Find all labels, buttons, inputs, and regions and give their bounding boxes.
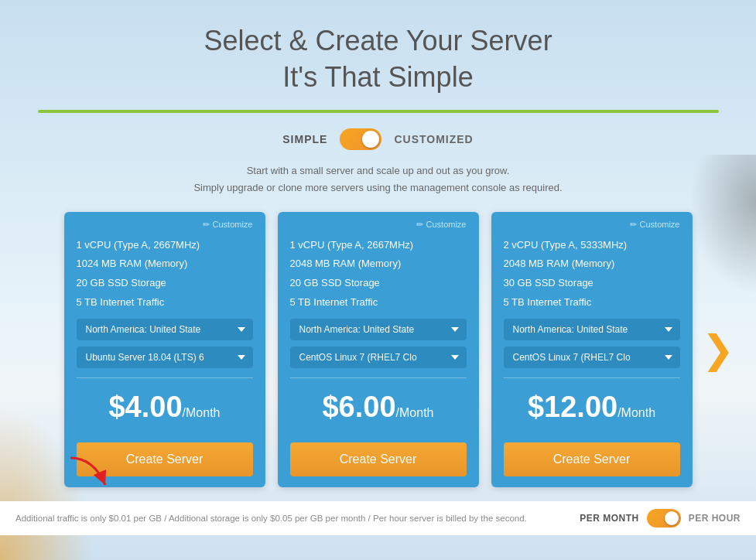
description-line1: Start with a small server and scale up a… bbox=[193, 162, 562, 179]
dropdown-arrow-icon-3b bbox=[665, 355, 672, 360]
view-toggle-row: SIMPLE CUSTOMIZED bbox=[282, 128, 473, 150]
simple-label: SIMPLE bbox=[282, 133, 327, 145]
description-line2: Simply upgrade or clone more servers usi… bbox=[193, 179, 562, 196]
price-section-2: $6.00/Month bbox=[290, 388, 467, 432]
spec-vcpu-2: 1 vCPU (Type A, 2667MHz) bbox=[290, 236, 467, 255]
per-hour-label: PER HOUR bbox=[689, 513, 741, 524]
price-value-2: $6.00 bbox=[322, 391, 395, 423]
footer-info-text: Additional traffic is only $0.01 per GB … bbox=[15, 514, 527, 523]
billing-toggle-knob bbox=[665, 511, 679, 525]
customize-link-1[interactable]: ✏ Customize bbox=[77, 220, 253, 230]
billing-toggle-switch[interactable] bbox=[647, 509, 681, 528]
pencil-icon-3: ✏ bbox=[630, 220, 637, 230]
footer-bar: Additional traffic is only $0.01 per GB … bbox=[0, 501, 756, 535]
os-dropdown-3[interactable]: CentOS Linux 7 (RHEL7 Clo bbox=[504, 347, 680, 368]
toggle-knob bbox=[362, 131, 379, 148]
customized-label: CUSTOMIZED bbox=[394, 133, 473, 145]
dropdown-arrow-icon-1 bbox=[238, 327, 245, 332]
pricing-card-3: ✏ Customize 2 vCPU (Type A, 5333MHz) 204… bbox=[491, 212, 693, 487]
pricing-cards-row: ✏ Customize 1 vCPU (Type A, 2667MHz) 102… bbox=[26, 212, 731, 487]
red-arrow-annotation bbox=[63, 450, 125, 500]
card-divider-2 bbox=[290, 377, 467, 378]
card-divider-3 bbox=[504, 377, 680, 378]
pricing-card-2: ✏ Customize 1 vCPU (Type A, 2667MHz) 204… bbox=[278, 212, 479, 487]
billing-toggle-row: PER MONTH PER HOUR bbox=[580, 509, 741, 528]
price-period-2: /Month bbox=[396, 406, 434, 419]
page-title-line2: It's That Simple bbox=[204, 60, 552, 96]
spec-traffic-3: 5 TB Internet Traffic bbox=[504, 293, 680, 312]
dropdown-arrow-icon-2b bbox=[451, 355, 459, 360]
dropdown-arrow-icon-2 bbox=[451, 327, 459, 332]
per-month-label: PER MONTH bbox=[580, 513, 639, 524]
spec-vcpu-3: 2 vCPU (Type A, 5333MHz) bbox=[504, 236, 680, 255]
green-divider-bar bbox=[38, 110, 719, 113]
location-dropdown-2[interactable]: North America: United State bbox=[290, 319, 467, 340]
location-dropdown-3[interactable]: North America: United State bbox=[504, 319, 680, 340]
pricing-card-1: ✏ Customize 1 vCPU (Type A, 2667MHz) 102… bbox=[64, 212, 265, 487]
price-value-3: $12.00 bbox=[528, 391, 617, 423]
card-divider-1 bbox=[77, 377, 253, 378]
dropdown-arrow-icon-3 bbox=[665, 327, 672, 332]
page-title-line1: Select & Create Your Server bbox=[204, 23, 552, 60]
spec-ram-2: 2048 MB RAM (Memory) bbox=[290, 254, 467, 274]
price-section-3: $12.00/Month bbox=[504, 388, 680, 432]
pencil-icon-1: ✏ bbox=[203, 220, 210, 230]
price-value-1: $4.00 bbox=[108, 391, 182, 423]
os-dropdown-1[interactable]: Ubuntu Server 18.04 (LTS) 6 bbox=[77, 347, 253, 368]
title-section: Select & Create Your Server It's That Si… bbox=[204, 0, 552, 102]
price-section-1: $4.00/Month bbox=[77, 388, 253, 432]
create-server-button-3[interactable]: Create Server bbox=[504, 442, 680, 476]
create-server-button-2[interactable]: Create Server bbox=[290, 442, 467, 476]
view-toggle-switch[interactable] bbox=[340, 128, 381, 150]
spec-ram-1: 1024 MB RAM (Memory) bbox=[77, 254, 253, 274]
price-period-3: /Month bbox=[617, 406, 655, 419]
location-dropdown-1[interactable]: North America: United State bbox=[77, 319, 253, 340]
spec-traffic-1: 5 TB Internet Traffic bbox=[77, 293, 253, 312]
spec-traffic-2: 5 TB Internet Traffic bbox=[290, 293, 467, 312]
spec-storage-3: 30 GB SSD Storage bbox=[504, 274, 680, 293]
os-dropdown-2[interactable]: CentOS Linux 7 (RHEL7 Clo bbox=[290, 347, 467, 368]
customize-link-3[interactable]: ✏ Customize bbox=[504, 220, 680, 230]
price-period-1: /Month bbox=[183, 406, 221, 419]
dropdown-arrow-icon-1b bbox=[238, 355, 245, 360]
spec-storage-2: 20 GB SSD Storage bbox=[290, 274, 467, 293]
spec-vcpu-1: 1 vCPU (Type A, 2667MHz) bbox=[77, 236, 253, 255]
next-plans-chevron[interactable]: ❯ bbox=[702, 330, 734, 369]
description-block: Start with a small server and scale up a… bbox=[193, 162, 562, 196]
customize-link-2[interactable]: ✏ Customize bbox=[290, 220, 467, 230]
spec-ram-3: 2048 MB RAM (Memory) bbox=[504, 254, 680, 274]
spec-storage-1: 20 GB SSD Storage bbox=[77, 274, 253, 293]
pencil-icon-2: ✏ bbox=[416, 220, 423, 230]
